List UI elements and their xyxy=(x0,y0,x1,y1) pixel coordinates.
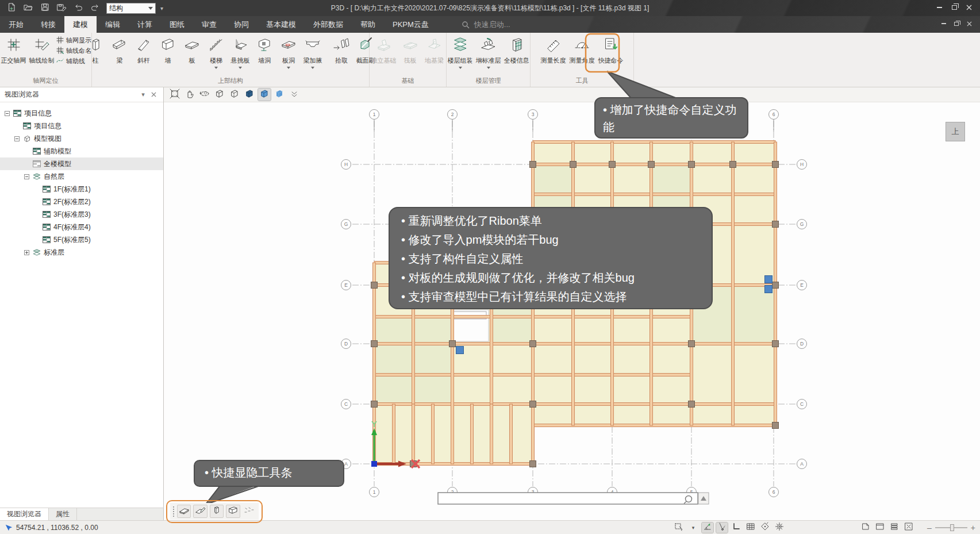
quick-toolbar-draw-toggle[interactable] xyxy=(193,505,207,518)
tree-item-自然层[interactable]: 自然层 xyxy=(0,170,163,183)
tree-item-4F(标准层4)[interactable]: 4F(标准层4) xyxy=(0,221,163,233)
ribbon-button-全楼信息[interactable]: 全楼信息 xyxy=(503,34,530,65)
status-selection-caret[interactable]: ▾ xyxy=(687,523,699,533)
dropdown-caret-icon[interactable] xyxy=(311,67,314,69)
ribbon-button-正交轴网[interactable]: 正交轴网 xyxy=(0,34,27,65)
ribbon-button-快捷命令[interactable]: 快捷命令 xyxy=(597,34,625,65)
status-selection-mode[interactable] xyxy=(673,523,685,533)
tree-item-项目信息[interactable]: 项目信息 xyxy=(0,120,163,132)
view-cube[interactable]: 上 xyxy=(946,122,965,141)
tree-item-5F(标准层5)[interactable]: 5F(标准层5) xyxy=(0,233,163,246)
doc-minimize-button[interactable] xyxy=(937,19,950,28)
ribbon-button-测量角度[interactable]: 测量角度 xyxy=(568,34,596,65)
save-as-button[interactable] xyxy=(56,2,67,14)
save-button[interactable] xyxy=(39,2,51,14)
panel-close-icon[interactable] xyxy=(148,90,159,100)
ribbon-button-轴线绘制[interactable]: 轴线绘制 xyxy=(28,34,55,65)
menu-tab-协同[interactable]: 协同 xyxy=(225,16,258,33)
minimize-button[interactable] xyxy=(932,2,947,13)
tree-item-全楼模型[interactable]: 全楼模型 xyxy=(0,157,163,170)
expand-icon[interactable] xyxy=(24,250,29,255)
drawing-canvas[interactable]: 112233445566HHGGEEDDCCAA 上 • 增加了快捷命令自定义功… xyxy=(164,87,980,520)
tree-item-3F(标准层3)[interactable]: 3F(标准层3) xyxy=(0,208,163,221)
dropdown-caret-icon[interactable] xyxy=(239,67,242,69)
doc-restore-button[interactable] xyxy=(950,19,963,28)
dropdown-caret-icon[interactable] xyxy=(214,67,218,69)
status-object-snap[interactable] xyxy=(716,523,728,533)
view-toolbar-realistic[interactable] xyxy=(273,89,286,101)
dropdown-caret-icon[interactable] xyxy=(459,67,462,69)
menu-tab-转接[interactable]: 转接 xyxy=(32,16,64,33)
status-layer-list[interactable] xyxy=(889,523,900,533)
ribbon-button-板洞[interactable]: 板洞 xyxy=(277,34,300,69)
undo-button[interactable] xyxy=(72,2,84,14)
status-fit-view[interactable] xyxy=(903,523,914,533)
quick-toolbar-column-toggle[interactable] xyxy=(210,505,224,518)
quick-toolbar-wall-toggle[interactable] xyxy=(226,505,240,518)
ribbon-button-楼层组装[interactable]: 楼层组装 xyxy=(447,34,474,69)
view-toolbar-more-styles[interactable] xyxy=(288,89,301,101)
quick-toolbar-slab-toggle[interactable] xyxy=(177,505,191,518)
workspace-combobox[interactable]: 结构 xyxy=(106,3,156,14)
ribbon-button-墙[interactable]: 墙 xyxy=(156,34,179,65)
ribbon-button-悬挑板[interactable]: 悬挑板 xyxy=(229,34,252,69)
panel-tab-属性[interactable]: 属性 xyxy=(49,508,77,520)
ribbon-button-斜杆[interactable]: 斜杆 xyxy=(132,34,155,65)
menu-tab-开始[interactable]: 开始 xyxy=(0,16,32,33)
ribbon-button-梁加腋[interactable]: 梁加腋 xyxy=(301,34,324,69)
open-file-button[interactable] xyxy=(22,2,34,14)
menu-tab-审查[interactable]: 审查 xyxy=(193,16,225,33)
menu-tab-图纸[interactable]: 图纸 xyxy=(161,16,193,33)
dropdown-caret-icon[interactable] xyxy=(487,67,490,69)
status-dynamic-input[interactable] xyxy=(759,523,771,533)
menu-tab-编辑[interactable]: 编辑 xyxy=(97,16,129,33)
redo-button[interactable] xyxy=(89,2,101,14)
view-toolbar-pan[interactable] xyxy=(183,89,196,101)
quick-launch-search[interactable]: 快速启动... xyxy=(462,16,510,33)
menu-tab-基本建模[interactable]: 基本建模 xyxy=(258,16,305,33)
doc-close-button[interactable] xyxy=(963,19,975,28)
view-toolbar-wireframe[interactable] xyxy=(213,89,226,101)
status-ortho-mode[interactable] xyxy=(731,523,742,533)
menu-tab-帮助[interactable]: 帮助 xyxy=(352,16,384,33)
view-toolbar-orbit[interactable] xyxy=(198,89,211,101)
zoom-out-icon[interactable]: – xyxy=(927,523,932,532)
ribbon-button-楼梯[interactable]: 楼梯 xyxy=(205,34,228,69)
status-new-view[interactable] xyxy=(860,523,871,533)
new-file-button[interactable] xyxy=(6,2,17,14)
toolbar-grip[interactable] xyxy=(172,506,175,517)
bottom-search-bar[interactable] xyxy=(438,493,709,504)
toolbar-options-icon[interactable]: ▾ xyxy=(160,5,163,11)
dropdown-caret-icon[interactable] xyxy=(287,67,290,69)
collapse-icon[interactable] xyxy=(24,174,29,179)
ribbon-button-梁[interactable]: 梁 xyxy=(108,34,131,65)
status-angle-snap[interactable] xyxy=(702,523,713,533)
panel-collapse-icon[interactable]: ▾ xyxy=(138,90,148,100)
view-toolbar-shaded-edges[interactable] xyxy=(258,89,271,101)
zoom-slider[interactable]: – + xyxy=(927,523,975,532)
ribbon-button-板[interactable]: 板 xyxy=(180,34,203,65)
collapse-icon[interactable] xyxy=(5,111,10,116)
view-toolbar-zoom-fit[interactable] xyxy=(168,89,181,101)
close-button[interactable] xyxy=(962,2,977,13)
ribbon-button-增标准层[interactable]: 增标准层 xyxy=(475,34,502,69)
tree-item-项目信息[interactable]: 项目信息 xyxy=(0,107,163,120)
status-settings[interactable] xyxy=(774,523,785,533)
zoom-handle[interactable] xyxy=(950,524,954,531)
quick-toolbar-aux-toggle[interactable] xyxy=(243,505,256,518)
ribbon-button-测量长度[interactable]: 测量长度 xyxy=(540,34,567,65)
tree-item-模型视图[interactable]: 模型视图 xyxy=(0,132,163,145)
panel-tab-视图浏览器[interactable]: 视图浏览器 xyxy=(0,508,49,520)
status-grid-display[interactable] xyxy=(745,523,756,533)
ribbon-button-柱[interactable]: 柱 xyxy=(84,34,107,65)
menu-tab-建模[interactable]: 建模 xyxy=(64,16,97,33)
menu-tab-PKPM云盘[interactable]: PKPM云盘 xyxy=(384,16,437,33)
tree-item-辅助模型[interactable]: 辅助模型 xyxy=(0,145,163,157)
tree-item-标准层[interactable]: 标准层 xyxy=(0,246,163,259)
zoom-in-icon[interactable]: + xyxy=(971,523,975,532)
menu-tab-外部数据[interactable]: 外部数据 xyxy=(305,16,352,33)
collapse-icon[interactable] xyxy=(14,136,20,141)
status-single-window[interactable] xyxy=(874,523,886,533)
tree-item-1F(标准层1)[interactable]: 1F(标准层1) xyxy=(0,183,163,195)
restore-button[interactable] xyxy=(947,2,962,13)
